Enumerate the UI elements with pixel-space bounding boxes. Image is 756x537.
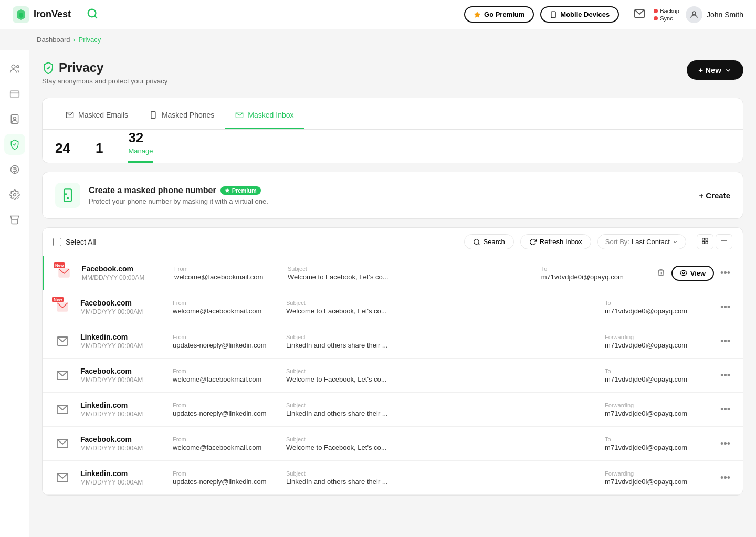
email-sender: Linkedin.com MM/DD/YYY 00:00AM (80, 333, 164, 350)
create-button[interactable]: + Create (699, 191, 730, 200)
subject-value: Welcome to Facebook, Let's co... (288, 273, 393, 281)
email-icon-wrap (53, 434, 72, 453)
from-value: welcome@facebookmail.com (173, 375, 278, 383)
email-sender: Facebook.com MM/DD/YYY 00:00AM (82, 265, 166, 281)
email-subject: Subject Welcome to Facebook, Let's co... (288, 266, 533, 281)
email-icon[interactable] (634, 8, 645, 21)
subject-value: Welcome to Facebook, Let's co... (286, 307, 391, 315)
manage-link[interactable]: Manage (128, 147, 153, 155)
sidebar-item-settings[interactable] (4, 184, 25, 205)
tab-masked-emails[interactable]: Masked Emails (55, 107, 139, 129)
sidebar-item-bitcoin[interactable] (4, 159, 25, 180)
email-row[interactable]: Linkedin.com MM/DD/YYY 00:00AM From upda… (43, 461, 743, 495)
more-options-button[interactable]: ••• (718, 402, 732, 417)
svg-point-8 (12, 65, 15, 69)
app-logo[interactable]: IronVest (13, 6, 71, 23)
more-options-button[interactable]: ••• (718, 436, 732, 451)
email-actions: ••• (718, 436, 732, 451)
sidebar-item-people[interactable] (4, 58, 25, 79)
sender-date: MM/DD/YYY 00:00AM (80, 410, 164, 418)
search-trigger[interactable] (83, 5, 101, 24)
more-options-button[interactable]: ••• (718, 266, 732, 281)
masked-emails-label: Masked Emails (78, 111, 128, 119)
email-from: From updates-noreply@linkedin.com (173, 470, 278, 486)
new-badge: New (54, 262, 65, 268)
masked-emails-icon (66, 111, 74, 119)
svg-point-13 (13, 117, 16, 120)
email-row[interactable]: Linkedin.com MM/DD/YYY 00:00AM From upda… (43, 393, 743, 427)
masked-emails-count: 24 (55, 140, 70, 156)
email-subject: Subject LinkedIn and others share their … (286, 334, 596, 349)
page-title-wrap: Privacy Stay anonymous and protect your … (42, 60, 167, 85)
breadcrumb-parent[interactable]: Dashboard (37, 36, 70, 44)
more-options-button[interactable]: ••• (718, 300, 732, 315)
more-options-button[interactable]: ••• (718, 368, 732, 383)
email-icon-wrap: New (55, 264, 74, 282)
sender-name: Facebook.com (82, 265, 166, 273)
sort-by-value: Last Contact (632, 238, 670, 246)
email-row[interactable]: Facebook.com MM/DD/YYY 00:00AM From welc… (43, 427, 743, 461)
more-options-button[interactable]: ••• (718, 334, 732, 349)
email-sender: Linkedin.com MM/DD/YYY 00:00AM (80, 469, 164, 486)
view-button[interactable]: View (671, 266, 714, 281)
svg-rect-28 (706, 241, 708, 244)
premium-banner-title: Create a masked phone number Premium (89, 186, 690, 195)
email-actions: ••• (718, 334, 732, 349)
from-value: welcome@facebookmail.com (173, 444, 278, 451)
sender-date: MM/DD/YYY 00:00AM (80, 308, 164, 315)
email-row[interactable]: New Facebook.com MM/DD/YYY 00:00AM From … (43, 290, 743, 324)
subject-value: Welcome to Facebook, Let's co... (286, 444, 391, 451)
search-inbox-button[interactable]: Search (464, 234, 514, 249)
sort-by-dropdown[interactable]: Sort By: Last Contact (597, 234, 686, 249)
delete-button[interactable] (655, 266, 667, 280)
tab-masked-phones[interactable]: Masked Phones (139, 107, 225, 129)
email-list: New Facebook.com MM/DD/YYY 00:00AM From … (43, 256, 743, 495)
email-to: Forwarding m71vdvdjde0i@opayq.com (605, 470, 710, 486)
svg-point-23 (474, 239, 478, 244)
mobile-devices-button[interactable]: Mobile Devices (540, 6, 619, 23)
more-options-button[interactable]: ••• (718, 470, 732, 486)
user-name: John Smith (707, 10, 743, 19)
breadcrumb-current: Privacy (79, 36, 101, 44)
email-icon (56, 369, 69, 382)
go-premium-button[interactable]: Go Premium (464, 6, 534, 23)
status-indicators: Backup Sync (654, 8, 679, 22)
search-icon-button[interactable] (83, 5, 101, 24)
svg-point-33 (682, 272, 685, 274)
grid-view-button[interactable] (697, 234, 713, 249)
premium-banner-subtitle: Protect your phone number by masking it … (89, 197, 690, 205)
email-row[interactable]: New Facebook.com MM/DD/YYY 00:00AM From … (43, 256, 743, 290)
to-value: m71vdvdjde0i@opayq.com (605, 478, 710, 486)
list-view-button[interactable] (716, 234, 732, 249)
sidebar-item-contact[interactable] (4, 109, 25, 130)
masked-inbox-count: 32 (128, 130, 153, 146)
create-label: + Create (699, 191, 730, 200)
new-button[interactable]: + New (687, 60, 743, 80)
from-label: From (173, 300, 278, 306)
select-all-wrap: Select All (53, 238, 96, 246)
select-all-checkbox[interactable] (53, 238, 61, 246)
from-label: From (173, 470, 278, 477)
email-to: To m71vdvdjde0i@opayq.com (605, 300, 710, 315)
email-from: From updates-noreply@linkedin.com (173, 334, 278, 349)
email-subject: Subject Welcome to Facebook, Let's co... (286, 436, 596, 451)
tabs-row: Masked Emails Masked Phones Masked Inbox (43, 98, 743, 130)
refresh-inbox-button[interactable]: Refresh Inbox (520, 234, 591, 249)
email-row[interactable]: Linkedin.com MM/DD/YYY 00:00AM From upda… (43, 324, 743, 359)
trash-icon (657, 268, 665, 277)
tab-masked-inbox[interactable]: Masked Inbox (225, 107, 304, 129)
chevron-down-icon (724, 67, 732, 74)
premium-banner-icon-wrap (55, 183, 80, 208)
email-row[interactable]: Facebook.com MM/DD/YYY 00:00AM From welc… (43, 359, 743, 393)
sidebar-item-card[interactable] (4, 83, 25, 104)
sidebar-item-shield[interactable] (4, 134, 25, 155)
avatar (686, 6, 702, 23)
sidebar-item-store[interactable] (4, 209, 25, 230)
sender-name: Linkedin.com (80, 469, 164, 478)
sync-dot (654, 16, 658, 20)
masked-emails-count-item: 24 (55, 140, 70, 163)
backup-dot (654, 9, 658, 13)
user-menu[interactable]: John Smith (686, 6, 743, 23)
main-content: Privacy Stay anonymous and protect your … (29, 50, 756, 537)
from-label: From (173, 368, 278, 374)
